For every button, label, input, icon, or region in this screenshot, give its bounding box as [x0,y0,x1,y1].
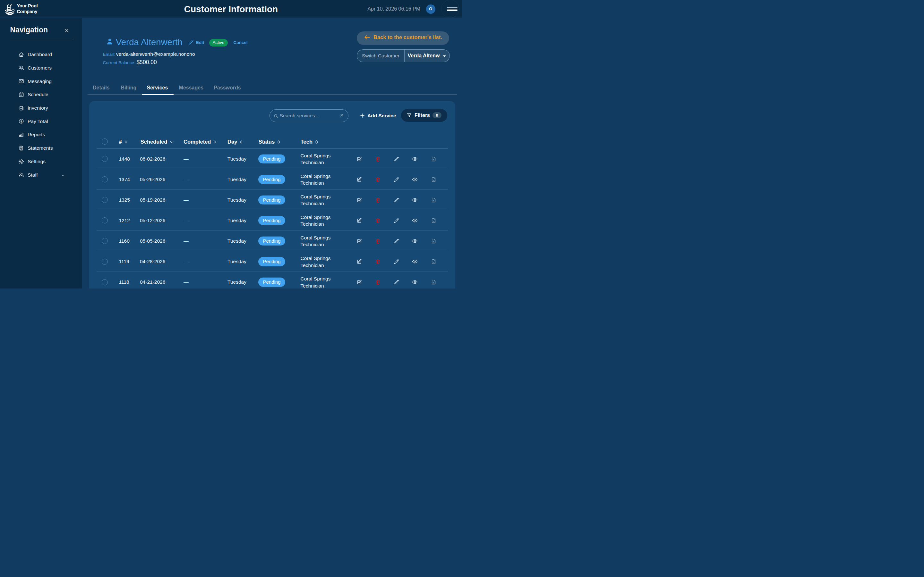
svg-text:$: $ [21,119,23,123]
